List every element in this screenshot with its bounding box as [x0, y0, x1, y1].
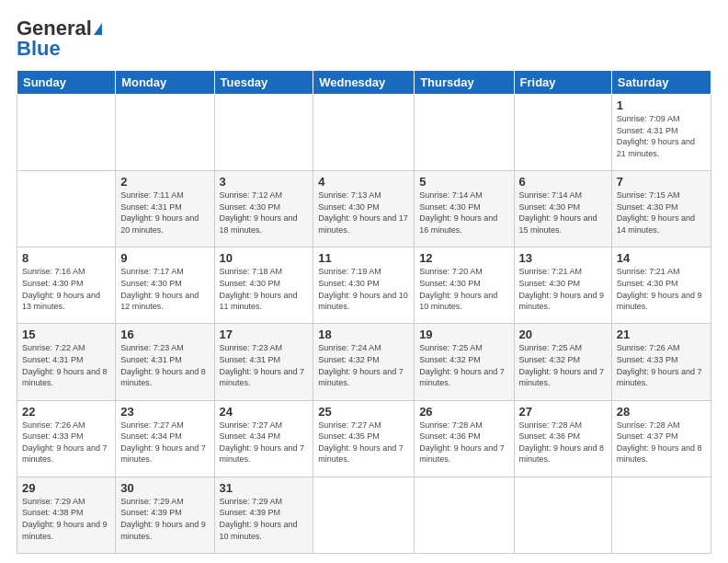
calendar-day-header: Monday — [116, 71, 214, 95]
calendar-day-cell: 14Sunrise: 7:21 AMSunset: 4:30 PMDayligh… — [611, 247, 711, 324]
calendar-day-cell: 24Sunrise: 7:27 AMSunset: 4:34 PMDayligh… — [214, 400, 313, 477]
calendar-day-cell: 22Sunrise: 7:26 AMSunset: 4:33 PMDayligh… — [17, 400, 116, 477]
calendar-day-cell: 17Sunrise: 7:23 AMSunset: 4:31 PMDayligh… — [214, 324, 313, 400]
calendar-day-cell: 9Sunrise: 7:17 AMSunset: 4:30 PMDaylight… — [116, 247, 214, 324]
calendar-day-cell: 6Sunrise: 7:14 AMSunset: 4:30 PMDaylight… — [514, 171, 611, 247]
logo-blue: Blue — [17, 37, 61, 61]
calendar-day-header: Saturday — [611, 71, 711, 95]
calendar-day-cell: 7Sunrise: 7:15 AMSunset: 4:30 PMDaylight… — [611, 171, 711, 247]
calendar-day-cell: 21Sunrise: 7:26 AMSunset: 4:33 PMDayligh… — [611, 324, 711, 400]
empty-cell — [611, 477, 711, 553]
calendar-header-row: SundayMondayTuesdayWednesdayThursdayFrid… — [17, 71, 711, 95]
calendar-day-cell: 29Sunrise: 7:29 AMSunset: 4:38 PMDayligh… — [17, 477, 116, 553]
empty-cell — [17, 171, 116, 247]
calendar-day-cell: 23Sunrise: 7:27 AMSunset: 4:34 PMDayligh… — [116, 400, 214, 477]
calendar-day-cell: 19Sunrise: 7:25 AMSunset: 4:32 PMDayligh… — [415, 324, 514, 400]
calendar-day-cell: 15Sunrise: 7:22 AMSunset: 4:31 PMDayligh… — [17, 324, 116, 400]
calendar-day-cell: 18Sunrise: 7:24 AMSunset: 4:32 PMDayligh… — [313, 324, 415, 400]
empty-cell — [17, 95, 116, 171]
empty-cell — [514, 477, 611, 553]
empty-cell — [313, 95, 415, 171]
calendar-day-cell: 16Sunrise: 7:23 AMSunset: 4:31 PMDayligh… — [116, 324, 214, 400]
calendar-day-cell: 3Sunrise: 7:12 AMSunset: 4:30 PMDaylight… — [214, 171, 313, 247]
calendar-day-cell: 12Sunrise: 7:20 AMSunset: 4:30 PMDayligh… — [415, 247, 514, 324]
calendar-body: 1Sunrise: 7:09 AMSunset: 4:31 PMDaylight… — [17, 95, 711, 554]
calendar-day-cell: 1Sunrise: 7:09 AMSunset: 4:31 PMDaylight… — [611, 95, 711, 171]
page: General Blue SundayMondayTuesdayWednesda… — [0, 0, 728, 563]
header: General Blue — [17, 17, 711, 61]
calendar-day-header: Tuesday — [214, 71, 313, 95]
empty-cell — [214, 95, 313, 171]
calendar-day-cell: 20Sunrise: 7:25 AMSunset: 4:32 PMDayligh… — [514, 324, 611, 400]
empty-cell — [415, 95, 514, 171]
calendar-day-header: Thursday — [415, 71, 514, 95]
calendar-day-header: Wednesday — [313, 71, 415, 95]
calendar-table: SundayMondayTuesdayWednesdayThursdayFrid… — [17, 70, 711, 554]
calendar-day-cell: 13Sunrise: 7:21 AMSunset: 4:30 PMDayligh… — [514, 247, 611, 324]
calendar-day-cell: 30Sunrise: 7:29 AMSunset: 4:39 PMDayligh… — [116, 477, 214, 553]
calendar-day-cell: 10Sunrise: 7:18 AMSunset: 4:30 PMDayligh… — [214, 247, 313, 324]
calendar-day-cell: 26Sunrise: 7:28 AMSunset: 4:36 PMDayligh… — [415, 400, 514, 477]
calendar-day-header: Friday — [514, 71, 611, 95]
empty-cell — [415, 477, 514, 553]
calendar-day-header: Sunday — [17, 71, 116, 95]
calendar-day-cell: 28Sunrise: 7:28 AMSunset: 4:37 PMDayligh… — [611, 400, 711, 477]
calendar-day-cell: 27Sunrise: 7:28 AMSunset: 4:36 PMDayligh… — [514, 400, 611, 477]
empty-cell — [514, 95, 611, 171]
calendar-day-cell: 31Sunrise: 7:29 AMSunset: 4:39 PMDayligh… — [214, 477, 313, 553]
calendar-day-cell: 25Sunrise: 7:27 AMSunset: 4:35 PMDayligh… — [313, 400, 415, 477]
empty-cell — [313, 477, 415, 553]
calendar-day-cell: 4Sunrise: 7:13 AMSunset: 4:30 PMDaylight… — [313, 171, 415, 247]
calendar-day-cell: 8Sunrise: 7:16 AMSunset: 4:30 PMDaylight… — [17, 247, 116, 324]
empty-cell — [116, 95, 214, 171]
calendar-day-cell: 2Sunrise: 7:11 AMSunset: 4:31 PMDaylight… — [116, 171, 214, 247]
logo: General Blue — [17, 17, 102, 61]
calendar-day-cell: 11Sunrise: 7:19 AMSunset: 4:30 PMDayligh… — [313, 247, 415, 324]
calendar-day-cell: 5Sunrise: 7:14 AMSunset: 4:30 PMDaylight… — [415, 171, 514, 247]
